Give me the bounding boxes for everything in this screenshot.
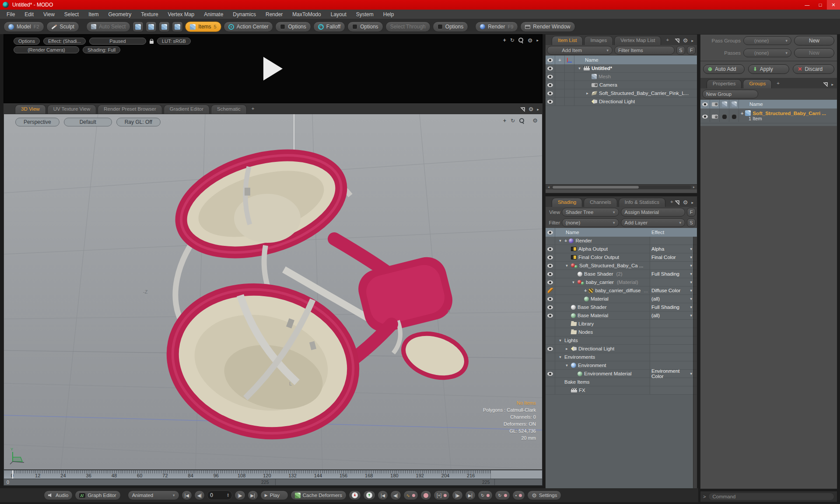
visibility-cell[interactable] [546, 378, 555, 386]
preview-options-button[interactable]: Options [14, 38, 40, 45]
render-button[interactable]: RenderF9 [475, 21, 518, 32]
shader-row-bake-items[interactable]: Bake Items [546, 378, 697, 386]
effect-cell[interactable]: (all)▾ [650, 295, 693, 303]
shader-row-soft-structured-baby-ca[interactable]: ▾Soft_Structured_Baby_Ca ...▾ [546, 262, 697, 270]
item-list-f-button[interactable]: F [687, 46, 696, 55]
visibility-cell[interactable] [546, 262, 555, 270]
effect-dropdown-icon[interactable]: ▾ [690, 288, 692, 293]
expand-arrow-icon[interactable]: ▾ [564, 363, 569, 368]
effect-cell[interactable]: Environment Color▾ [650, 370, 693, 378]
menu-animate[interactable]: Animate [199, 10, 228, 19]
menu-item[interactable]: Item [84, 10, 103, 19]
viewport-tab-schematic[interactable]: Schematic [211, 105, 247, 114]
eye-icon[interactable] [702, 115, 708, 119]
visibility-cell[interactable] [546, 270, 555, 278]
shader-row-library[interactable]: Library [546, 320, 697, 328]
shading-tab-shading[interactable]: Shading [552, 198, 582, 207]
select-through-button[interactable]: Select Through [385, 21, 430, 32]
visibility-cell[interactable] [546, 245, 555, 253]
play-button[interactable]: ▶Play [260, 490, 288, 500]
preview-zoom-icon[interactable] [518, 38, 524, 43]
shader-row-baby-carrier[interactable]: ▾baby_carrier(Material)▾ [546, 278, 697, 287]
shader-row-environments[interactable]: ▾Environments [546, 353, 697, 361]
viewport-add-tab-button[interactable]: + [248, 105, 258, 114]
menu-layout[interactable]: Layout [326, 10, 351, 19]
effect-cell[interactable]: ▾ [650, 262, 693, 270]
group-checkbox[interactable] [732, 114, 737, 119]
viewport-tab-render-preset-browser[interactable]: Render Preset Browser [98, 105, 162, 114]
discard-button[interactable]: ✕ Discard [793, 64, 834, 74]
item-list-s-button[interactable]: S [676, 46, 685, 55]
record-button[interactable] [420, 490, 431, 500]
viewport-pan-icon[interactable]: + [503, 118, 506, 124]
scroll-thumb[interactable] [553, 186, 639, 189]
new-group-button[interactable]: New Group [702, 90, 758, 98]
expand-arrow-icon[interactable]: ▾ [571, 280, 576, 284]
effect-dropdown-icon[interactable]: ▾ [690, 280, 692, 284]
auto-select-button[interactable]: Auto Select [86, 21, 130, 32]
shader-row-final-color-output[interactable]: Final Color OutputFinal Color▾ [546, 253, 697, 262]
key-transform-button[interactable]: [+] [434, 490, 450, 500]
timeline-tick-48[interactable]: 48 [112, 473, 117, 478]
menu-system[interactable]: System [351, 10, 378, 19]
groups-tab-properties[interactable]: Properties [707, 79, 742, 88]
item-list-expand-icon[interactable] [675, 38, 679, 43]
timeline-tick-156[interactable]: 156 [340, 473, 347, 478]
menu-view[interactable]: View [38, 10, 60, 19]
current-frame-field[interactable]: 0 ▲▼ [207, 490, 232, 500]
visibility-cell[interactable] [546, 89, 555, 97]
timeline-tick-144[interactable]: 144 [314, 473, 322, 478]
shading-s-button[interactable]: S [687, 218, 696, 227]
timeline-tick-204[interactable]: 204 [441, 473, 449, 478]
cache-deformers-button[interactable]: Cache Deformers [290, 490, 346, 500]
timeline-tick-192[interactable]: 192 [416, 473, 424, 478]
goto-first-frame-button[interactable]: |◀ [182, 490, 192, 500]
action-center-button[interactable]: Action Center [224, 21, 273, 32]
plus-icon[interactable]: + [564, 238, 567, 243]
shader-row-nodes[interactable]: Nodes [546, 328, 697, 336]
prev-key-button[interactable]: |◀ [378, 490, 388, 500]
timeline-tick-132[interactable]: 132 [288, 473, 296, 478]
visibility-cell[interactable] [546, 312, 555, 319]
shader-row-baby-carrier-diffuse[interactable]: +baby_carrier_diffuse...Diffuse Color▾ [546, 287, 697, 295]
shader-row-base-shader[interactable]: Base Shader(2)Full Shading▾ [546, 270, 697, 278]
item-row-mesh[interactable]: Mesh [546, 73, 697, 81]
expand-arrow-icon[interactable]: ▸ [585, 91, 590, 95]
preview-camera-button[interactable]: (Render Camera) [14, 46, 79, 53]
viewport-tab-uv-texture-view[interactable]: UV Texture View [47, 105, 97, 114]
visibility-cell[interactable] [546, 253, 555, 261]
camera-toggle-icon[interactable] [712, 115, 718, 119]
menu-file[interactable]: File [2, 10, 20, 19]
shader-row-material[interactable]: Material(all)▾ [546, 295, 697, 303]
visibility-cell[interactable] [546, 345, 555, 353]
timeline-playhead[interactable] [12, 470, 13, 479]
passes-new-button[interactable]: New [794, 48, 834, 58]
scroll-right-icon[interactable]: ▸ [691, 185, 697, 189]
minimize-button[interactable]: — [801, 0, 814, 10]
effect-dropdown-icon[interactable]: ▾ [690, 305, 692, 309]
expand-arrow-icon[interactable]: ▾ [577, 66, 582, 70]
apply-button[interactable]: ⬇ Apply [748, 64, 790, 74]
select-mode-vertex-button[interactable] [133, 21, 144, 32]
plus-icon[interactable]: + [584, 288, 587, 293]
prev-frame-button[interactable]: ◀| [194, 490, 205, 500]
passes-dropdown[interactable]: (none)▾ [743, 49, 791, 57]
close-button[interactable]: ✕ [827, 0, 840, 10]
animated-dropdown[interactable]: Animated▾ [128, 490, 179, 500]
render-preview[interactable]: Options Effect: (Shadi... Paused LUT: sR… [4, 34, 542, 103]
group-row[interactable]: + Soft_Structured_Baby_Carri ... 1 Item [700, 108, 837, 123]
timeline-tick-60[interactable]: 60 [137, 473, 142, 478]
effect-cell[interactable]: Diffuse Color▾ [650, 287, 693, 294]
menu-geometry[interactable]: Geometry [104, 10, 136, 19]
expand-arrow-icon[interactable]: ▾ [558, 338, 563, 343]
timeline-tick-216[interactable]: 216 [467, 473, 475, 478]
raygl-button[interactable]: Ray GL: Off [116, 118, 161, 126]
visibility-cell[interactable] [546, 353, 555, 361]
viewport-gear-icon[interactable]: ⚙ [532, 117, 538, 124]
shading-expand-icon[interactable] [675, 200, 679, 205]
time-marker-green-button[interactable] [363, 490, 375, 500]
preview-effect-button[interactable]: Effect: (Shadi... [43, 38, 86, 45]
visibility-cell[interactable] [546, 278, 555, 286]
shader-row-render[interactable]: ▾+Render [546, 237, 697, 245]
effect-dropdown-icon[interactable]: ▾ [690, 247, 692, 251]
